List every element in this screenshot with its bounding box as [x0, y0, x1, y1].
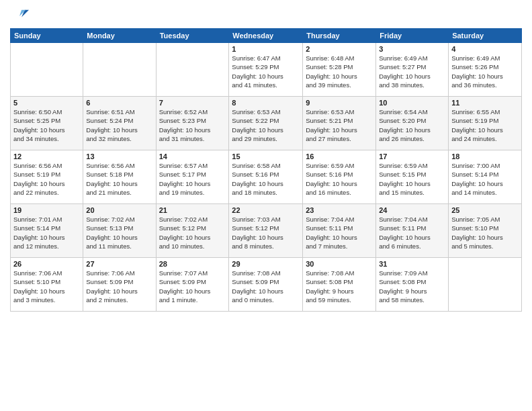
day-number: 28 — [159, 260, 226, 268]
day-number: 14 — [159, 152, 226, 161]
day-info: Sunrise: 6:56 AM Sunset: 5:18 PM Dayligh… — [86, 161, 152, 197]
day-number: 18 — [451, 152, 519, 161]
day-info: Sunrise: 7:02 AM Sunset: 5:12 PM Dayligh… — [159, 215, 226, 250]
day-number: 17 — [379, 152, 445, 161]
day-cell — [449, 258, 522, 312]
day-info: Sunrise: 6:48 AM Sunset: 5:28 PM Dayligh… — [306, 54, 373, 89]
day-info: Sunrise: 6:49 AM Sunset: 5:27 PM Dayligh… — [379, 54, 445, 89]
day-cell: 19Sunrise: 7:01 AM Sunset: 5:14 PM Dayli… — [11, 204, 83, 258]
day-number: 27 — [86, 260, 152, 268]
day-number: 24 — [379, 206, 445, 214]
day-cell: 20Sunrise: 7:02 AM Sunset: 5:13 PM Dayli… — [83, 204, 156, 258]
day-info: Sunrise: 6:51 AM Sunset: 5:24 PM Dayligh… — [86, 107, 152, 143]
day-number: 19 — [13, 206, 80, 214]
day-info: Sunrise: 7:04 AM Sunset: 5:11 PM Dayligh… — [306, 215, 373, 250]
day-cell: 31Sunrise: 7:09 AM Sunset: 5:08 PM Dayli… — [376, 258, 449, 312]
day-info: Sunrise: 6:49 AM Sunset: 5:26 PM Dayligh… — [451, 54, 519, 89]
header — [10, 7, 522, 26]
logo — [10, 7, 32, 26]
day-cell: 6Sunrise: 6:51 AM Sunset: 5:24 PM Daylig… — [83, 97, 156, 150]
day-cell: 4Sunrise: 6:49 AM Sunset: 5:26 PM Daylig… — [449, 43, 522, 97]
day-cell: 26Sunrise: 7:06 AM Sunset: 5:10 PM Dayli… — [11, 258, 83, 312]
day-cell — [156, 43, 229, 97]
day-cell: 16Sunrise: 6:59 AM Sunset: 5:16 PM Dayli… — [303, 150, 376, 204]
week-row-5: 26Sunrise: 7:06 AM Sunset: 5:10 PM Dayli… — [11, 258, 522, 312]
week-row-4: 19Sunrise: 7:01 AM Sunset: 5:14 PM Dayli… — [11, 204, 522, 258]
day-number: 25 — [451, 206, 519, 214]
col-header-wednesday: Wednesday — [229, 29, 303, 43]
col-header-tuesday: Tuesday — [156, 29, 229, 43]
week-row-3: 12Sunrise: 6:56 AM Sunset: 5:19 PM Dayli… — [11, 150, 522, 204]
day-cell: 9Sunrise: 6:53 AM Sunset: 5:21 PM Daylig… — [303, 97, 376, 150]
header-row: SundayMondayTuesdayWednesdayThursdayFrid… — [11, 29, 522, 43]
day-number: 7 — [159, 99, 226, 107]
day-number: 3 — [379, 45, 445, 53]
calendar: SundayMondayTuesdayWednesdayThursdayFrid… — [10, 28, 522, 312]
day-info: Sunrise: 7:06 AM Sunset: 5:09 PM Dayligh… — [86, 269, 152, 304]
day-cell: 22Sunrise: 7:03 AM Sunset: 5:12 PM Dayli… — [229, 204, 303, 258]
day-cell: 27Sunrise: 7:06 AM Sunset: 5:09 PM Dayli… — [83, 258, 156, 312]
day-number: 15 — [232, 152, 300, 161]
day-number: 5 — [13, 99, 80, 107]
day-cell: 11Sunrise: 6:55 AM Sunset: 5:19 PM Dayli… — [449, 97, 522, 150]
day-info: Sunrise: 6:53 AM Sunset: 5:22 PM Dayligh… — [232, 107, 300, 143]
day-number: 4 — [451, 45, 519, 53]
day-number: 9 — [306, 99, 373, 107]
day-number: 8 — [232, 99, 300, 107]
day-info: Sunrise: 6:55 AM Sunset: 5:19 PM Dayligh… — [451, 107, 519, 143]
day-cell: 7Sunrise: 6:52 AM Sunset: 5:23 PM Daylig… — [156, 97, 229, 150]
day-number: 30 — [306, 260, 373, 268]
day-cell: 25Sunrise: 7:05 AM Sunset: 5:10 PM Dayli… — [449, 204, 522, 258]
day-number: 2 — [306, 45, 373, 53]
day-info: Sunrise: 7:06 AM Sunset: 5:10 PM Dayligh… — [13, 269, 80, 304]
day-info: Sunrise: 6:58 AM Sunset: 5:16 PM Dayligh… — [232, 161, 300, 197]
day-cell: 2Sunrise: 6:48 AM Sunset: 5:28 PM Daylig… — [303, 43, 376, 97]
logo-icon — [10, 7, 29, 26]
day-info: Sunrise: 6:59 AM Sunset: 5:15 PM Dayligh… — [379, 161, 445, 197]
day-number: 10 — [379, 99, 445, 107]
col-header-friday: Friday — [376, 29, 449, 43]
day-cell: 18Sunrise: 7:00 AM Sunset: 5:14 PM Dayli… — [449, 150, 522, 204]
day-info: Sunrise: 7:01 AM Sunset: 5:14 PM Dayligh… — [13, 215, 80, 250]
week-row-2: 5Sunrise: 6:50 AM Sunset: 5:25 PM Daylig… — [11, 97, 522, 150]
day-number: 31 — [379, 260, 445, 268]
day-number: 21 — [159, 206, 226, 214]
day-cell: 1Sunrise: 6:47 AM Sunset: 5:29 PM Daylig… — [229, 43, 303, 97]
week-row-1: 1Sunrise: 6:47 AM Sunset: 5:29 PM Daylig… — [11, 43, 522, 97]
day-number: 23 — [306, 206, 373, 214]
day-info: Sunrise: 7:08 AM Sunset: 5:09 PM Dayligh… — [232, 269, 300, 304]
day-number: 22 — [232, 206, 300, 214]
day-info: Sunrise: 7:00 AM Sunset: 5:14 PM Dayligh… — [451, 161, 519, 197]
day-number: 20 — [86, 206, 152, 214]
day-cell: 28Sunrise: 7:07 AM Sunset: 5:09 PM Dayli… — [156, 258, 229, 312]
day-number: 12 — [13, 152, 80, 161]
day-cell: 17Sunrise: 6:59 AM Sunset: 5:15 PM Dayli… — [376, 150, 449, 204]
day-cell: 13Sunrise: 6:56 AM Sunset: 5:18 PM Dayli… — [83, 150, 156, 204]
day-number: 26 — [13, 260, 80, 268]
col-header-saturday: Saturday — [449, 29, 522, 43]
day-info: Sunrise: 7:05 AM Sunset: 5:10 PM Dayligh… — [451, 215, 519, 250]
day-info: Sunrise: 7:03 AM Sunset: 5:12 PM Dayligh… — [232, 215, 300, 250]
day-cell: 14Sunrise: 6:57 AM Sunset: 5:17 PM Dayli… — [156, 150, 229, 204]
day-info: Sunrise: 7:07 AM Sunset: 5:09 PM Dayligh… — [159, 269, 226, 304]
day-info: Sunrise: 6:54 AM Sunset: 5:20 PM Dayligh… — [379, 107, 445, 143]
day-info: Sunrise: 6:59 AM Sunset: 5:16 PM Dayligh… — [306, 161, 373, 197]
day-cell: 15Sunrise: 6:58 AM Sunset: 5:16 PM Dayli… — [229, 150, 303, 204]
day-cell: 5Sunrise: 6:50 AM Sunset: 5:25 PM Daylig… — [11, 97, 83, 150]
day-cell: 29Sunrise: 7:08 AM Sunset: 5:09 PM Dayli… — [229, 258, 303, 312]
col-header-monday: Monday — [83, 29, 156, 43]
day-info: Sunrise: 6:52 AM Sunset: 5:23 PM Dayligh… — [159, 107, 226, 143]
day-number: 1 — [232, 45, 300, 53]
day-number: 11 — [451, 99, 519, 107]
day-info: Sunrise: 7:09 AM Sunset: 5:08 PM Dayligh… — [379, 269, 445, 304]
day-number: 13 — [86, 152, 152, 161]
day-cell: 8Sunrise: 6:53 AM Sunset: 5:22 PM Daylig… — [229, 97, 303, 150]
day-info: Sunrise: 7:02 AM Sunset: 5:13 PM Dayligh… — [86, 215, 152, 250]
day-cell: 10Sunrise: 6:54 AM Sunset: 5:20 PM Dayli… — [376, 97, 449, 150]
day-number: 16 — [306, 152, 373, 161]
day-info: Sunrise: 6:47 AM Sunset: 5:29 PM Dayligh… — [232, 54, 300, 89]
day-cell — [11, 43, 83, 97]
day-cell: 21Sunrise: 7:02 AM Sunset: 5:12 PM Dayli… — [156, 204, 229, 258]
day-cell — [83, 43, 156, 97]
day-cell: 12Sunrise: 6:56 AM Sunset: 5:19 PM Dayli… — [11, 150, 83, 204]
